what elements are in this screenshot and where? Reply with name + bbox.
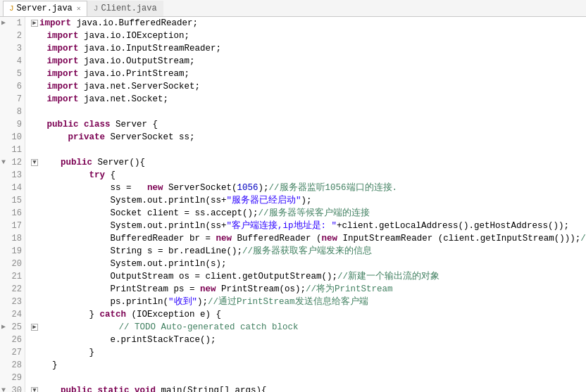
code-line-28: } <box>31 359 586 372</box>
code-line-29 <box>31 372 586 384</box>
fold-icon-25[interactable]: ▶ <box>31 324 38 331</box>
line-num-3: 3 <box>0 42 25 55</box>
line-num-25: ▶25 <box>0 321 25 334</box>
code-line-5: import java.io.PrintStream; <box>31 68 586 80</box>
line-num-24: 24 <box>0 308 25 321</box>
code-line-23: ps.println("收到");//通过PrintStream发送信息给客户端 <box>31 296 586 308</box>
code-line-1: ▶import java.io.BufferedReader; <box>31 17 586 30</box>
code-line-8 <box>31 106 586 118</box>
code-line-26: e.printStackTrace(); <box>31 334 586 346</box>
code-area[interactable]: ▶import java.io.BufferedReader; import j… <box>25 17 586 392</box>
line-num-2: 2 <box>0 30 25 42</box>
code-line-27: } <box>31 346 586 359</box>
line-num-13: 13 <box>0 169 25 182</box>
line-num-5: 5 <box>0 68 25 80</box>
code-line-25: ▶ // TODO Auto-generated catch block <box>31 321 586 334</box>
line-num-26: 26 <box>0 334 25 346</box>
code-line-30: ▼ public static void main(String[] args)… <box>31 384 586 392</box>
server-java-icon: J <box>9 4 14 13</box>
line-num-11: 11 <box>0 144 25 156</box>
line-num-7: 7 <box>0 93 25 106</box>
line-num-6: 6 <box>0 80 25 93</box>
code-line-16: Socket client = ss.accept();//服务器等候客户端的连… <box>31 207 586 220</box>
line-num-22: 22 <box>0 283 25 296</box>
code-line-22: PrintStream ps = new PrintStream(os);//将… <box>31 283 586 296</box>
code-line-11 <box>31 144 586 156</box>
line-num-29: 29 <box>0 372 25 384</box>
fold-icon-30[interactable]: ▼ <box>31 387 38 392</box>
client-java-icon: J <box>94 4 99 13</box>
code-line-7: import java.net.Socket; <box>31 93 586 106</box>
line-num-23: 23 <box>0 296 25 308</box>
line-num-20: 20 <box>0 258 25 270</box>
fold-icon-12[interactable]: ▼ <box>31 159 38 166</box>
line-num-1: ▶1 <box>0 17 25 30</box>
line-num-4: 4 <box>0 55 25 68</box>
code-line-21: OutputStream os = client.getOutputStream… <box>31 270 586 283</box>
line-num-19: 19 <box>0 245 25 258</box>
code-line-10: private ServerSocket ss; <box>31 131 586 144</box>
editor: ▶1 2 3 4 5 6 7 8 9 10 11 ▼12 13 14 15 16… <box>0 17 586 392</box>
line-num-21: 21 <box>0 270 25 283</box>
tab-bar: J Server.java ✕ J Client.java <box>0 0 586 17</box>
tab-client[interactable]: J Client.java <box>87 1 163 16</box>
code-line-14: ss = new ServerSocket(1056);//服务器监听1056端… <box>31 182 586 194</box>
line-num-15: 15 <box>0 194 25 207</box>
code-line-13: try { <box>31 169 586 182</box>
code-line-4: import java.io.OutputStream; <box>31 55 586 68</box>
code-line-18: BufferedReader br = new BufferedReader (… <box>31 232 586 245</box>
line-num-12: ▼12 <box>0 156 25 169</box>
code-line-20: System.out.println(s); <box>31 258 586 270</box>
line-num-27: 27 <box>0 346 25 359</box>
code-line-12: ▼ public Server(){ <box>31 156 586 169</box>
code-line-3: import java.io.InputStreamReader; <box>31 42 586 55</box>
line-num-9: 9 <box>0 118 25 131</box>
code-line-17: System.out.println(ss+"客户端连接,ip地址是: "+cl… <box>31 220 586 232</box>
code-line-19: String s = br.readLine();//服务器获取客户端发来的信息 <box>31 245 586 258</box>
tab-server-close[interactable]: ✕ <box>77 4 81 13</box>
line-num-18: 18 <box>0 232 25 245</box>
tab-client-label: Client.java <box>101 4 156 13</box>
line-number-gutter: ▶1 2 3 4 5 6 7 8 9 10 11 ▼12 13 14 15 16… <box>0 17 25 392</box>
tab-server[interactable]: J Server.java ✕ <box>3 1 87 16</box>
tab-server-label: Server.java <box>17 4 73 13</box>
code-line-2: import java.io.IOException; <box>31 30 586 42</box>
line-num-10: 10 <box>0 131 25 144</box>
code-line-24: } catch (IOException e) { <box>31 308 586 321</box>
code-line-9: public class Server { <box>31 118 586 131</box>
code-line-6: import java.net.ServerSocket; <box>31 80 586 93</box>
line-num-14: 14 <box>0 182 25 194</box>
fold-icon-1[interactable]: ▶ <box>31 20 38 27</box>
code-line-15: System.out.println(ss+"服务器已经启动"); <box>31 194 586 207</box>
line-num-16: 16 <box>0 207 25 220</box>
line-num-28: 28 <box>0 359 25 372</box>
line-num-17: 17 <box>0 220 25 232</box>
line-num-8: 8 <box>0 106 25 118</box>
line-num-30: ▼30 <box>0 384 25 392</box>
